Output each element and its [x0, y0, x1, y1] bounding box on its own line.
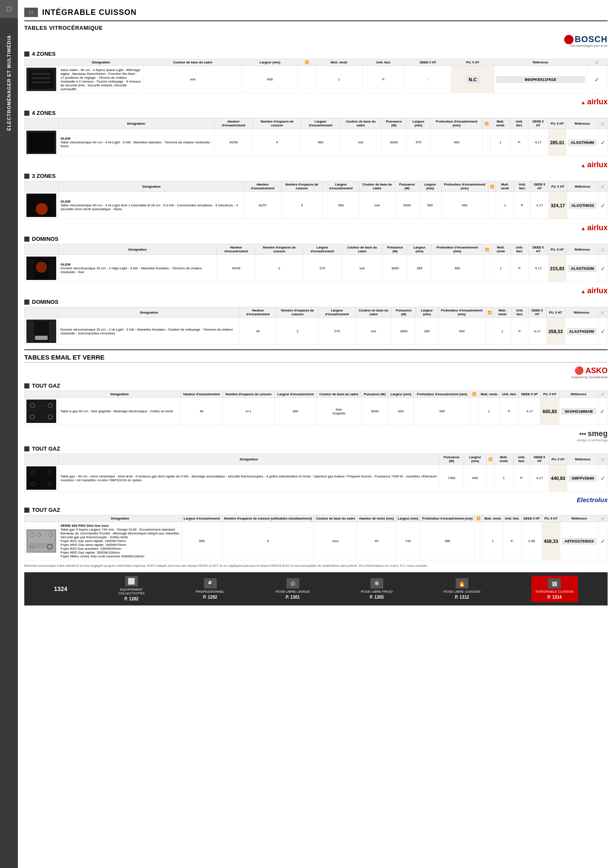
product-power: 9200 — [362, 398, 388, 425]
footer-item-cuisson-libre[interactable]: 🔥 POSE LIBRE CUISSON P. 1312 — [444, 578, 480, 600]
col-width-mm: Largeur (mm) — [464, 454, 486, 465]
col-wifi: 📶 — [475, 515, 482, 522]
dominos2-header: DOMINOS — [24, 299, 608, 305]
col-img — [25, 118, 59, 129]
product-color: NoirGraphite — [316, 398, 361, 425]
col-price: PU. € HT — [542, 515, 560, 522]
product-spaces: 3+1 — [223, 398, 275, 425]
col-color: Couleur de base du cadre — [316, 391, 361, 398]
product-width: 600 — [242, 66, 298, 93]
footer-item-froid[interactable]: ❄ POSE LIBRE FROID P. 1305 — [361, 578, 393, 600]
product-power: 5400 — [395, 192, 419, 219]
footer-item-professionnel[interactable]: 🍳 PROFESSIONNEL P. 1292 — [196, 578, 225, 600]
product-price: 324,17 — [549, 192, 567, 219]
footer-cuisson-libre-label: POSE LIBRE CUISSON — [444, 590, 480, 594]
electrolux-zone-title: TOUT GAZ — [32, 507, 60, 513]
product-price: 665,83 — [540, 398, 559, 425]
col-power: Puissance (W) — [381, 118, 406, 129]
airlux3-brand-header: airlux — [24, 223, 608, 232]
col-deee-header: DEEE € HT — [405, 59, 451, 66]
product-unit: P. — [514, 192, 531, 219]
product-check: ✓ — [598, 192, 607, 219]
footer-lavage-page: P. 1301 — [286, 595, 300, 600]
col-unit: Unit. fact. — [511, 118, 528, 129]
footer-pot-icon: 🍳 — [204, 578, 217, 588]
dominos1-title: DOMINOS — [32, 236, 58, 242]
table-row: GLEMDomine vitrocéramique 30 cm - 2 High… — [25, 255, 608, 282]
col-color: Couleur de base du cadre — [340, 118, 382, 129]
bosch-4zones-header: 4 ZONES — [24, 51, 608, 57]
product-width-enc: 270 — [318, 318, 356, 345]
product-mult: 1 — [316, 66, 362, 93]
electrolux-logo: Electrolux — [577, 496, 608, 503]
product-wifi — [487, 465, 494, 492]
bosch-logo-text: BOSCH — [575, 34, 608, 44]
product-designation: Table à gaz 60 cm - Noir graphite - Allu… — [59, 398, 181, 425]
col-wifi: 📶 — [483, 118, 491, 129]
airlux-dominos2-section: airlux DOMINOS Désignation Hauteur d'enc… — [24, 286, 608, 345]
col-unit: Unit. fact. — [511, 307, 528, 318]
col-unit: Unit. fact. — [500, 391, 519, 398]
product-width-enc: 560 — [323, 192, 359, 219]
col-spaces: Nombre d'espaces de cuisson — [223, 391, 275, 398]
product-depth: 490 — [430, 129, 483, 156]
col-power: Puissance (W) — [395, 181, 419, 192]
product-deee: 2,08 — [522, 522, 542, 560]
product-price: 215,83 — [548, 255, 566, 282]
col-deee: DEEE € HT — [519, 391, 540, 398]
product-width-mm: 575 — [407, 129, 430, 156]
product-image — [26, 529, 56, 553]
dominos2-title: DOMINOS — [32, 299, 58, 305]
col-power: Puissance (W) — [392, 307, 416, 318]
col-mult: Mult. vente — [496, 181, 514, 192]
col-check: 🛒 — [598, 515, 607, 522]
footer-item-collectivites[interactable]: ⬜ EQUIPEMENTCOLLECTIVITÉS P. 1282 — [118, 576, 145, 601]
footer-item-integrable[interactable]: ▦ INTÉGRABLE CUISSON P. 1314 — [531, 576, 578, 602]
electrolux-brand-header: Electrolux — [24, 496, 608, 503]
bosch-section: BOSCH Des technologies pour la vie 4 ZON… — [24, 34, 608, 93]
product-unit: P. — [511, 318, 528, 345]
airlux-4zones-header: 4 ZONES — [24, 110, 608, 116]
table-row: Domine vitrocéramique 30 cm - 2 Hi-Light… — [25, 318, 608, 345]
col-img-header — [25, 59, 59, 66]
smeg-tagline: design & technology — [577, 438, 608, 442]
col-width-enc: Largeur d'encastrement — [303, 244, 342, 255]
product-power: 3000 — [392, 318, 416, 345]
product-check: ✓ — [598, 465, 607, 492]
col-power: Puissance (W) — [382, 244, 407, 255]
col-wifi: 📶 — [483, 244, 491, 255]
col-wifi: 📶 — [487, 454, 494, 465]
page-title: INTÉGRABLE CUISSON — [42, 8, 137, 17]
product-deee: 4,17 — [528, 129, 548, 156]
zone-square — [24, 111, 29, 116]
product-height: 40 — [239, 318, 276, 345]
col-width-mm: Largeur (mm) — [416, 307, 438, 318]
col-width-mm: Largeur (mm) — [407, 244, 431, 255]
col-power: Puissance (W) — [439, 454, 464, 465]
product-image — [26, 320, 56, 343]
col-price: PU. € HT — [548, 118, 566, 129]
col-power: Puissance (W) — [362, 391, 388, 398]
col-price: PU. € HT — [549, 454, 567, 465]
product-width-mm: 600 — [464, 465, 486, 492]
product-width-mm: 285 — [407, 255, 431, 282]
col-ref: Référence — [559, 391, 598, 398]
col-unit: Unit. fact. — [513, 454, 530, 465]
product-unit: P. — [511, 255, 528, 282]
product-wifi — [485, 318, 493, 345]
product-mult: 1 — [482, 522, 503, 560]
product-designation: SÉRIE 600 PRO Slim line Inox Table gaz 5… — [59, 522, 182, 560]
product-image-cell — [25, 318, 59, 345]
airlux1-brand-header: airlux — [24, 97, 608, 106]
airlux-3zones-section: airlux 3 ZONES Désignation Hauteur d'enc… — [24, 160, 608, 219]
product-spaces: 3 — [281, 192, 323, 219]
product-image-cell — [25, 66, 59, 93]
product-deee: 4,17 — [528, 255, 548, 282]
col-mult-header: Mult. vente — [316, 59, 362, 66]
footer-integrable-page: P. 1314 — [548, 595, 562, 600]
product-reference: SMFPV264N — [567, 465, 599, 492]
col-wifi: 📶 — [470, 391, 478, 398]
footer-item-lavage[interactable]: ⊙ POSE LIBRE LAVAGE P. 1301 — [275, 578, 310, 600]
product-price: 440,83 — [549, 465, 567, 492]
col-ref: Référence — [567, 454, 599, 465]
